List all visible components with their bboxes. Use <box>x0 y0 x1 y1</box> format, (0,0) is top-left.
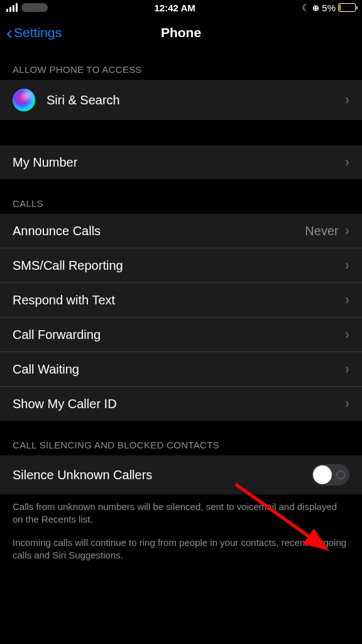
row-label: Silence Unknown Callers <box>13 468 152 482</box>
chevron-left-icon: ‹ <box>6 23 13 42</box>
chevron-right-icon: › <box>345 154 349 170</box>
chevron-right-icon: › <box>345 361 349 377</box>
chevron-right-icon: › <box>345 92 349 108</box>
footer-text-2: Incoming calls will continue to ring fro… <box>0 526 362 562</box>
status-bar: 12:42 AM ☾ ⊕ 5% <box>0 0 362 15</box>
battery-percent: 5% <box>322 3 336 13</box>
dnd-moon-icon: ☾ <box>302 3 310 13</box>
chevron-right-icon: › <box>345 223 349 239</box>
row-label: SMS/Call Reporting <box>13 258 123 273</box>
page-title: Phone <box>161 25 201 40</box>
back-label: Settings <box>14 25 62 40</box>
orientation-lock-icon: ⊕ <box>312 3 319 13</box>
row-silence-unknown-callers[interactable]: Silence Unknown Callers <box>0 455 362 494</box>
row-siri-search[interactable]: Siri & Search › <box>0 80 362 120</box>
row-label: Call Forwarding <box>13 328 101 342</box>
battery-icon <box>338 3 356 12</box>
row-sms-call-reporting[interactable]: SMS/Call Reporting › <box>0 248 362 283</box>
row-label: Siri & Search <box>47 93 120 108</box>
carrier-label-redacted <box>21 3 48 12</box>
row-announce-calls[interactable]: Announce Calls Never › <box>0 214 362 248</box>
section-header-calls: CALLS <box>0 179 362 214</box>
section-header-silencing: CALL SILENCING AND BLOCKED CONTACTS <box>0 421 362 455</box>
navigation-bar: ‹ Settings Phone <box>0 15 362 50</box>
signal-icon <box>6 3 18 12</box>
row-label: Announce Calls <box>13 224 101 238</box>
row-label: My Number <box>13 155 77 170</box>
footer-text-1: Calls from unknown numbers will be silen… <box>0 494 362 526</box>
chevron-right-icon: › <box>345 396 349 412</box>
row-respond-with-text[interactable]: Respond with Text › <box>0 283 362 318</box>
row-my-number[interactable]: My Number › <box>0 145 362 179</box>
status-left <box>6 3 48 12</box>
siri-icon <box>13 89 35 111</box>
row-label: Show My Caller ID <box>13 397 117 411</box>
row-label: Call Waiting <box>13 362 79 377</box>
row-show-caller-id[interactable]: Show My Caller ID › <box>0 387 362 421</box>
row-value: Never <box>305 224 338 238</box>
row-call-waiting[interactable]: Call Waiting › <box>0 352 362 387</box>
status-time: 12:42 AM <box>155 3 195 13</box>
status-right: ☾ ⊕ 5% <box>302 3 356 13</box>
row-label: Respond with Text <box>13 293 115 308</box>
chevron-right-icon: › <box>345 326 349 343</box>
row-call-forwarding[interactable]: Call Forwarding › <box>0 318 362 352</box>
back-button[interactable]: ‹ Settings <box>6 23 62 42</box>
chevron-right-icon: › <box>345 257 349 274</box>
chevron-right-icon: › <box>345 292 349 308</box>
silence-unknown-toggle[interactable] <box>312 464 349 486</box>
section-header-access: ALLOW PHONE TO ACCESS <box>0 50 362 80</box>
